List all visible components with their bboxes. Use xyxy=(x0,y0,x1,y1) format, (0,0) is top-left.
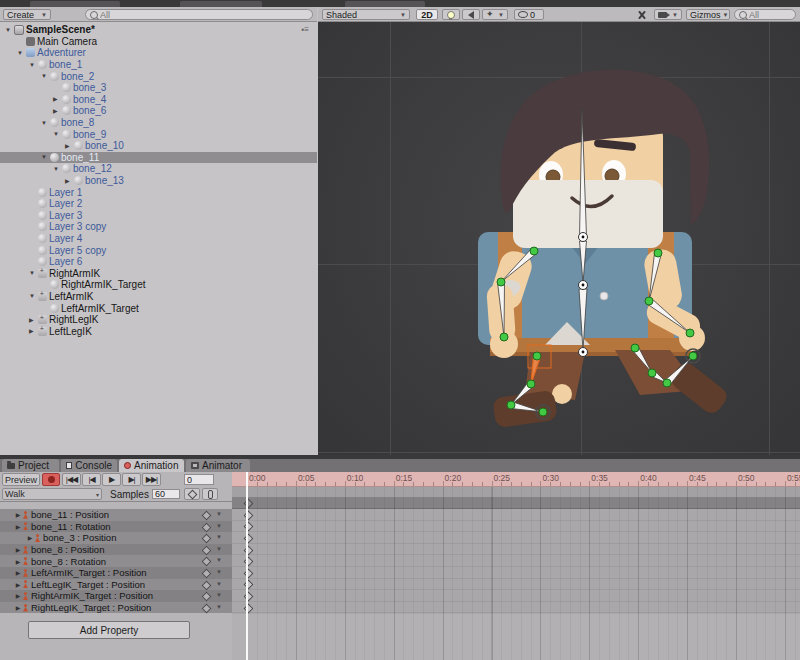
chevron-down-icon[interactable]: ▼ xyxy=(216,569,222,575)
scene-lighting-button[interactable] xyxy=(442,9,460,20)
hierarchy-item-leftlegik[interactable]: ▶LeftLegIK xyxy=(0,325,317,337)
chevron-down-icon[interactable]: ▼ xyxy=(216,581,222,587)
scene-camera-button[interactable]: ▼ xyxy=(654,9,682,20)
foldout-open-icon[interactable]: ▼ xyxy=(53,131,62,137)
hierarchy-item-adventurer[interactable]: ▼Adventurer xyxy=(0,47,317,59)
tab-animation[interactable]: Animation xyxy=(119,459,184,472)
keyframe-diamond-icon[interactable] xyxy=(202,557,212,567)
gizmos-dropdown[interactable]: Gizmos ▼ xyxy=(686,9,730,20)
foldout-open-icon[interactable]: ▼ xyxy=(29,293,38,299)
scene-search-input[interactable] xyxy=(749,10,791,20)
hierarchy-item-leftarmik[interactable]: ▼LeftArmIK xyxy=(0,291,317,303)
foldout-closed-icon[interactable]: ▶ xyxy=(14,604,22,611)
foldout-open-icon[interactable]: ▼ xyxy=(53,166,62,172)
hierarchy-item-samplescene[interactable]: ▼SampleScene*▪≡ xyxy=(0,24,317,36)
keyframe-diamond-icon[interactable] xyxy=(202,569,212,579)
samples-field[interactable] xyxy=(152,489,180,499)
foldout-open-icon[interactable]: ▼ xyxy=(17,50,26,56)
hierarchy-item-bone-12[interactable]: ▼bone_12 xyxy=(0,163,317,175)
foldout-closed-icon[interactable]: ▶ xyxy=(14,592,22,599)
foldout-closed-icon[interactable]: ▶ xyxy=(26,534,34,541)
effects-dropdown-button[interactable]: ✦ ▼ xyxy=(482,9,508,20)
foldout-open-icon[interactable]: ▼ xyxy=(41,73,50,79)
last-key-button[interactable]: ▶▶| xyxy=(142,473,161,486)
hierarchy-search-input[interactable] xyxy=(100,10,308,20)
foldout-closed-icon[interactable]: ▶ xyxy=(65,178,74,184)
foldout-open-icon[interactable]: ▼ xyxy=(29,270,38,276)
foldout-closed-icon[interactable]: ▶ xyxy=(53,108,62,114)
tab-animator[interactable]: Animator xyxy=(186,459,250,472)
add-keyframe-button[interactable] xyxy=(184,488,200,500)
foldout-closed-icon[interactable]: ▶ xyxy=(14,569,22,576)
foldout-closed-icon[interactable]: ▶ xyxy=(29,328,38,334)
hierarchy-item-layer-2[interactable]: ▶Layer 2 xyxy=(0,198,317,210)
hierarchy-item-rightlegik[interactable]: ▶RightLegIK xyxy=(0,314,317,326)
add-event-button[interactable] xyxy=(202,488,218,500)
anim-property-leftarmik-target-position[interactable]: ▶LeftArmIK_Target : Position▼ xyxy=(0,567,232,579)
hierarchy-item-bone-8[interactable]: ▼bone_8 xyxy=(0,117,317,129)
adventurer-character-sprite[interactable] xyxy=(318,22,800,458)
hierarchy-item-main-camera[interactable]: ▶Main Camera xyxy=(0,36,317,48)
anim-property-bone-11-rotation[interactable]: ▶bone_11 : Rotation▼ xyxy=(0,521,232,533)
hierarchy-item-layer-3[interactable]: ▶Layer 3 xyxy=(0,210,317,222)
hierarchy-search[interactable] xyxy=(85,9,313,20)
keyframe-diamond-icon[interactable] xyxy=(202,511,212,521)
hierarchy-item-bone-1[interactable]: ▼bone_1 xyxy=(0,59,317,71)
keyframe-diamond-icon[interactable] xyxy=(202,522,212,532)
foldout-open-icon[interactable]: ▼ xyxy=(41,154,50,160)
record-button[interactable] xyxy=(42,473,60,486)
keyframe-diamond-icon[interactable] xyxy=(202,534,212,544)
hierarchy-item-bone-4[interactable]: ▶bone_4 xyxy=(0,94,317,106)
foldout-closed-icon[interactable]: ▶ xyxy=(65,143,74,149)
foldout-closed-icon[interactable]: ▶ xyxy=(14,523,22,530)
hierarchy-item-layer-6[interactable]: ▶Layer 6 xyxy=(0,256,317,268)
chevron-down-icon[interactable]: ▼ xyxy=(216,546,222,552)
hierarchy-item-bone-9[interactable]: ▼bone_9 xyxy=(0,128,317,140)
keyframe-diamond-icon[interactable] xyxy=(202,592,212,602)
next-key-button[interactable]: ▶| xyxy=(122,473,141,486)
chevron-down-icon[interactable]: ▼ xyxy=(216,604,222,610)
hierarchy-item-bone-13[interactable]: ▶bone_13 xyxy=(0,175,317,187)
foldout-closed-icon[interactable]: ▶ xyxy=(14,511,22,518)
foldout-open-icon[interactable]: ▼ xyxy=(5,27,14,33)
chevron-down-icon[interactable]: ▼ xyxy=(216,511,222,517)
anim-property-bone-3-position[interactable]: ▶bone_3 : Position▼ xyxy=(0,532,232,544)
anim-property-rightlegik-target-position[interactable]: ▶RightLegIK_Target : Position▼ xyxy=(0,602,232,614)
editor-tools-button[interactable] xyxy=(632,9,650,20)
play-button[interactable]: ▶ xyxy=(102,473,121,486)
2d-toggle-button[interactable]: 2D xyxy=(416,9,438,20)
draw-mode-dropdown[interactable]: Shaded ▼ xyxy=(322,9,410,20)
hierarchy-item-bone-2[interactable]: ▼bone_2 xyxy=(0,70,317,82)
hidden-objects-button[interactable]: 0 xyxy=(514,9,544,20)
foldout-open-icon[interactable]: ▼ xyxy=(41,120,50,126)
foldout-open-icon[interactable]: ▼ xyxy=(29,62,38,68)
anim-property-bone-8-position[interactable]: ▶bone_8 : Position▼ xyxy=(0,544,232,556)
scene-viewport[interactable] xyxy=(318,22,800,458)
tab-console[interactable]: Console xyxy=(61,459,117,472)
tab-project[interactable]: Project xyxy=(2,459,59,472)
chevron-down-icon[interactable]: ▼ xyxy=(216,534,222,540)
hierarchy-item-layer-4[interactable]: ▶Layer 4 xyxy=(0,233,317,245)
foldout-closed-icon[interactable]: ▶ xyxy=(14,581,22,588)
hierarchy-item-bone-11[interactable]: ▼bone_11 xyxy=(0,152,317,164)
foldout-closed-icon[interactable]: ▶ xyxy=(14,558,22,565)
hierarchy-item-layer-5-copy[interactable]: ▶Layer 5 copy xyxy=(0,244,317,256)
hierarchy-item-bone-10[interactable]: ▶bone_10 xyxy=(0,140,317,152)
foldout-closed-icon[interactable]: ▶ xyxy=(14,546,22,553)
anim-property-bone-8-rotation[interactable]: ▶bone_8 : Rotation▼ xyxy=(0,555,232,567)
anim-property-bone-11-position[interactable]: ▶bone_11 : Position▼ xyxy=(0,509,232,521)
keyframe-diamond-icon[interactable] xyxy=(202,603,212,613)
scene-search[interactable] xyxy=(734,9,796,20)
hierarchy-item-layer-1[interactable]: ▶Layer 1 xyxy=(0,186,317,198)
dopesheet[interactable] xyxy=(232,487,800,660)
timeline-ruler[interactable]: 0:000:050:100:150:200:250:300:350:400:45… xyxy=(232,472,800,487)
chevron-down-icon[interactable]: ▼ xyxy=(216,557,222,563)
hierarchy-item-bone-3[interactable]: ▶bone_3 xyxy=(0,82,317,94)
clip-dropdown[interactable]: Walk ▾ xyxy=(2,488,102,500)
hierarchy-item-layer-3-copy[interactable]: ▶Layer 3 copy xyxy=(0,221,317,233)
scene-options-icon[interactable]: ▪≡ xyxy=(301,25,309,34)
hierarchy-item-rightarmik[interactable]: ▼RightArmIK xyxy=(0,267,317,279)
timeline-playhead[interactable] xyxy=(246,472,248,660)
hierarchy-item-rightarmik-target[interactable]: ▶RightArmIK_Target xyxy=(0,279,317,291)
create-button[interactable]: Create ▼ xyxy=(3,9,51,20)
